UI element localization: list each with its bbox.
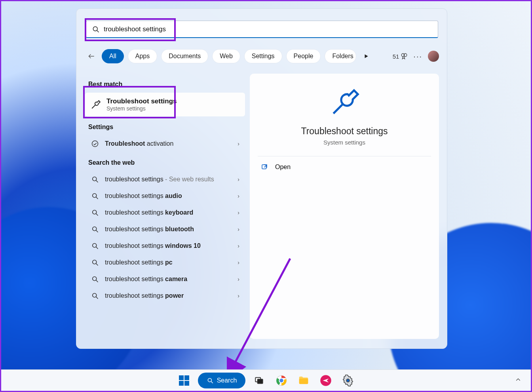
svg-point-32 [279,378,284,382]
svg-point-0 [93,27,97,31]
result-text: Troubleshoot activation [105,140,232,148]
search-icon [91,242,99,250]
results-column: Best match Troubleshoot settings System … [85,74,245,304]
chevron-right-icon: › [238,193,239,199]
svg-point-26 [208,378,211,382]
wrench-icon [91,99,101,110]
filter-tab-people[interactable]: People [286,49,321,63]
chevron-right-icon: › [238,226,239,232]
svg-point-6 [92,141,98,147]
filter-tab-apps[interactable]: Apps [128,49,157,63]
chevron-right-icon: › [238,176,239,183]
search-icon [207,377,214,384]
search-icon [92,25,100,33]
web-result-6[interactable]: troubleshoot settings camera› [85,271,245,287]
svg-line-12 [96,214,98,216]
svg-line-14 [96,230,98,232]
chevron-right-icon: › [238,276,239,282]
result-text: troubleshoot settings bluetooth [105,225,232,234]
taskbar: Search [1,369,531,391]
result-text: troubleshoot settings power [105,292,232,300]
svg-point-17 [93,260,97,264]
more-options-button[interactable]: ··· [413,52,422,61]
best-match-label: Best match [88,81,245,88]
chevron-right-icon: › [238,141,239,147]
taskbar-app-generic-1[interactable] [317,372,334,389]
search-input[interactable] [104,25,432,33]
checkmark-circle-icon [91,140,99,148]
filter-overflow-button[interactable] [360,53,372,59]
svg-point-15 [93,244,97,247]
settings-result-troubleshoot-activation[interactable]: Troubleshoot activation › [85,135,245,152]
chevron-right-icon: › [238,259,239,266]
taskbar-app-explorer[interactable] [295,372,312,389]
search-icon [91,192,99,200]
filter-tab-all[interactable]: All [102,49,124,63]
search-icon [91,291,99,300]
svg-line-10 [96,197,98,199]
tray-overflow-button[interactable] [513,374,524,385]
task-view-button[interactable] [251,372,268,389]
folder-icon [298,375,310,386]
best-match-subtitle: System settings [106,105,177,112]
result-text: troubleshoot settings - See web results [105,175,232,184]
search-icon [91,258,99,267]
result-text: troubleshoot settings camera [105,275,232,284]
open-label: Open [275,164,291,171]
chrome-icon [276,375,287,386]
svg-rect-29 [258,379,263,383]
taskbar-search-button[interactable]: Search [198,373,246,388]
search-bar[interactable] [86,21,438,38]
chevron-right-icon: › [238,243,239,249]
preview-subtitle: System settings [250,139,439,146]
windows-logo-icon [179,375,189,386]
svg-point-36 [346,379,350,382]
user-avatar[interactable] [428,51,439,62]
taskbar-app-chrome[interactable] [273,372,290,389]
search-panel: All Apps Documents Web Settings People F… [76,8,447,349]
svg-point-9 [93,194,97,198]
result-text: troubleshoot settings keyboard [105,209,232,217]
start-button[interactable] [176,372,192,389]
svg-rect-33 [299,379,308,384]
svg-line-8 [96,181,98,183]
taskbar-app-settings[interactable] [340,372,356,389]
web-result-7[interactable]: troubleshoot settings power› [85,287,245,304]
web-result-1[interactable]: troubleshoot settings audio› [85,188,245,204]
svg-line-18 [96,264,98,266]
back-button[interactable] [85,50,98,63]
search-icon [91,225,99,234]
preview-title: Troubleshoot settings [250,126,439,137]
best-match-item[interactable]: Troubleshoot settings System settings [85,93,245,116]
filter-tab-web[interactable]: Web [212,49,240,63]
svg-line-22 [96,297,98,299]
open-button[interactable]: Open [250,156,439,178]
gear-icon [342,375,354,386]
filter-tab-settings[interactable]: Settings [244,49,282,63]
web-section-label: Search the web [88,159,245,166]
wrench-icon [329,87,360,118]
rewards-points[interactable]: 51 [393,53,408,60]
chevron-up-icon [515,377,521,383]
settings-section-label: Settings [88,124,245,131]
svg-line-27 [211,381,213,383]
web-result-2[interactable]: troubleshoot settings keyboard› [85,204,245,221]
play-icon [363,53,369,59]
web-result-3[interactable]: troubleshoot settings bluetooth› [85,221,245,238]
open-external-icon [261,164,268,171]
web-result-5[interactable]: troubleshoot settings pc› [85,254,245,271]
web-result-4[interactable]: troubleshoot settings windows 10› [85,238,245,254]
arrow-left-icon [87,52,95,60]
chevron-right-icon: › [238,293,239,299]
filter-tab-folders[interactable]: Folders [325,49,356,63]
web-result-0[interactable]: troubleshoot settings - See web results› [85,171,245,188]
search-icon [91,208,99,217]
svg-point-13 [93,227,97,231]
task-view-icon [254,375,264,386]
svg-line-20 [96,280,98,282]
app-icon [320,375,332,386]
filter-tab-documents[interactable]: Documents [161,49,208,63]
svg-point-19 [93,277,97,281]
chevron-right-icon: › [238,209,239,216]
search-icon [91,175,99,184]
